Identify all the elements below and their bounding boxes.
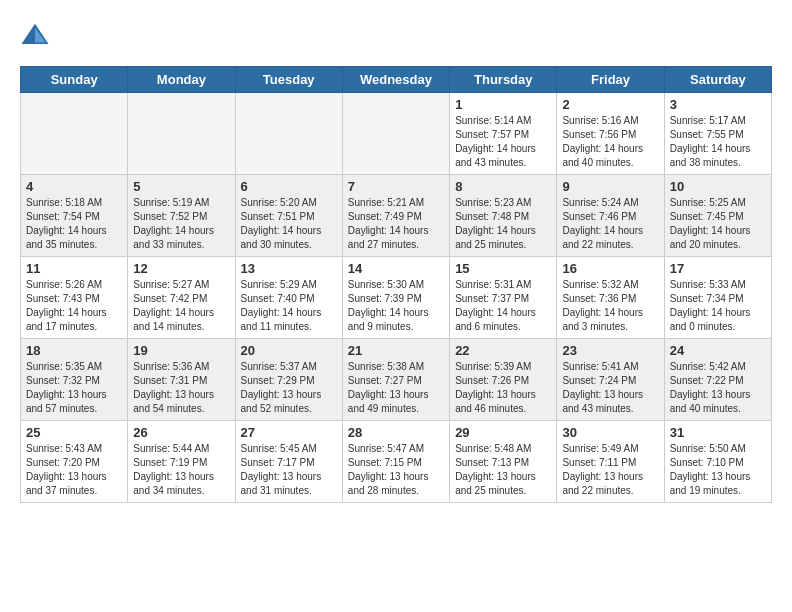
weekday-header-tuesday: Tuesday xyxy=(235,67,342,93)
day-info: Sunrise: 5:32 AM Sunset: 7:36 PM Dayligh… xyxy=(562,278,658,334)
day-info: Sunrise: 5:48 AM Sunset: 7:13 PM Dayligh… xyxy=(455,442,551,498)
day-number: 30 xyxy=(562,425,658,440)
weekday-header-friday: Friday xyxy=(557,67,664,93)
calendar-cell: 16Sunrise: 5:32 AM Sunset: 7:36 PM Dayli… xyxy=(557,257,664,339)
calendar-cell xyxy=(21,93,128,175)
calendar-cell: 22Sunrise: 5:39 AM Sunset: 7:26 PM Dayli… xyxy=(450,339,557,421)
calendar-cell: 15Sunrise: 5:31 AM Sunset: 7:37 PM Dayli… xyxy=(450,257,557,339)
day-info: Sunrise: 5:19 AM Sunset: 7:52 PM Dayligh… xyxy=(133,196,229,252)
day-number: 26 xyxy=(133,425,229,440)
day-number: 9 xyxy=(562,179,658,194)
day-number: 25 xyxy=(26,425,122,440)
day-number: 1 xyxy=(455,97,551,112)
calendar-cell: 6Sunrise: 5:20 AM Sunset: 7:51 PM Daylig… xyxy=(235,175,342,257)
day-number: 2 xyxy=(562,97,658,112)
day-number: 6 xyxy=(241,179,337,194)
calendar-cell: 10Sunrise: 5:25 AM Sunset: 7:45 PM Dayli… xyxy=(664,175,771,257)
weekday-header-sunday: Sunday xyxy=(21,67,128,93)
day-info: Sunrise: 5:18 AM Sunset: 7:54 PM Dayligh… xyxy=(26,196,122,252)
day-number: 4 xyxy=(26,179,122,194)
calendar-cell: 9Sunrise: 5:24 AM Sunset: 7:46 PM Daylig… xyxy=(557,175,664,257)
calendar-cell xyxy=(235,93,342,175)
day-number: 5 xyxy=(133,179,229,194)
day-number: 20 xyxy=(241,343,337,358)
day-number: 18 xyxy=(26,343,122,358)
weekday-header-thursday: Thursday xyxy=(450,67,557,93)
calendar-cell: 7Sunrise: 5:21 AM Sunset: 7:49 PM Daylig… xyxy=(342,175,449,257)
day-info: Sunrise: 5:44 AM Sunset: 7:19 PM Dayligh… xyxy=(133,442,229,498)
day-info: Sunrise: 5:45 AM Sunset: 7:17 PM Dayligh… xyxy=(241,442,337,498)
day-info: Sunrise: 5:43 AM Sunset: 7:20 PM Dayligh… xyxy=(26,442,122,498)
calendar-table: SundayMondayTuesdayWednesdayThursdayFrid… xyxy=(20,66,772,503)
day-number: 22 xyxy=(455,343,551,358)
calendar-cell: 18Sunrise: 5:35 AM Sunset: 7:32 PM Dayli… xyxy=(21,339,128,421)
day-info: Sunrise: 5:16 AM Sunset: 7:56 PM Dayligh… xyxy=(562,114,658,170)
logo xyxy=(20,20,54,50)
day-info: Sunrise: 5:50 AM Sunset: 7:10 PM Dayligh… xyxy=(670,442,766,498)
day-number: 28 xyxy=(348,425,444,440)
day-info: Sunrise: 5:36 AM Sunset: 7:31 PM Dayligh… xyxy=(133,360,229,416)
calendar-cell: 21Sunrise: 5:38 AM Sunset: 7:27 PM Dayli… xyxy=(342,339,449,421)
day-info: Sunrise: 5:39 AM Sunset: 7:26 PM Dayligh… xyxy=(455,360,551,416)
calendar-cell: 26Sunrise: 5:44 AM Sunset: 7:19 PM Dayli… xyxy=(128,421,235,503)
calendar-cell: 31Sunrise: 5:50 AM Sunset: 7:10 PM Dayli… xyxy=(664,421,771,503)
day-number: 13 xyxy=(241,261,337,276)
calendar-week-1: 1Sunrise: 5:14 AM Sunset: 7:57 PM Daylig… xyxy=(21,93,772,175)
calendar-cell: 25Sunrise: 5:43 AM Sunset: 7:20 PM Dayli… xyxy=(21,421,128,503)
day-number: 12 xyxy=(133,261,229,276)
day-info: Sunrise: 5:14 AM Sunset: 7:57 PM Dayligh… xyxy=(455,114,551,170)
calendar-cell: 20Sunrise: 5:37 AM Sunset: 7:29 PM Dayli… xyxy=(235,339,342,421)
weekday-header-row: SundayMondayTuesdayWednesdayThursdayFrid… xyxy=(21,67,772,93)
day-info: Sunrise: 5:30 AM Sunset: 7:39 PM Dayligh… xyxy=(348,278,444,334)
calendar-week-4: 18Sunrise: 5:35 AM Sunset: 7:32 PM Dayli… xyxy=(21,339,772,421)
calendar-week-5: 25Sunrise: 5:43 AM Sunset: 7:20 PM Dayli… xyxy=(21,421,772,503)
calendar-cell: 12Sunrise: 5:27 AM Sunset: 7:42 PM Dayli… xyxy=(128,257,235,339)
calendar-cell: 5Sunrise: 5:19 AM Sunset: 7:52 PM Daylig… xyxy=(128,175,235,257)
day-number: 15 xyxy=(455,261,551,276)
calendar-cell: 19Sunrise: 5:36 AM Sunset: 7:31 PM Dayli… xyxy=(128,339,235,421)
day-number: 31 xyxy=(670,425,766,440)
calendar-cell xyxy=(128,93,235,175)
calendar-cell: 30Sunrise: 5:49 AM Sunset: 7:11 PM Dayli… xyxy=(557,421,664,503)
calendar-cell: 17Sunrise: 5:33 AM Sunset: 7:34 PM Dayli… xyxy=(664,257,771,339)
logo-icon xyxy=(20,20,50,50)
calendar-week-2: 4Sunrise: 5:18 AM Sunset: 7:54 PM Daylig… xyxy=(21,175,772,257)
day-number: 27 xyxy=(241,425,337,440)
day-number: 11 xyxy=(26,261,122,276)
day-info: Sunrise: 5:24 AM Sunset: 7:46 PM Dayligh… xyxy=(562,196,658,252)
day-info: Sunrise: 5:26 AM Sunset: 7:43 PM Dayligh… xyxy=(26,278,122,334)
day-number: 21 xyxy=(348,343,444,358)
day-info: Sunrise: 5:47 AM Sunset: 7:15 PM Dayligh… xyxy=(348,442,444,498)
day-number: 23 xyxy=(562,343,658,358)
calendar-cell: 29Sunrise: 5:48 AM Sunset: 7:13 PM Dayli… xyxy=(450,421,557,503)
calendar-week-3: 11Sunrise: 5:26 AM Sunset: 7:43 PM Dayli… xyxy=(21,257,772,339)
calendar-cell: 4Sunrise: 5:18 AM Sunset: 7:54 PM Daylig… xyxy=(21,175,128,257)
day-number: 14 xyxy=(348,261,444,276)
day-info: Sunrise: 5:37 AM Sunset: 7:29 PM Dayligh… xyxy=(241,360,337,416)
day-number: 3 xyxy=(670,97,766,112)
calendar-cell: 28Sunrise: 5:47 AM Sunset: 7:15 PM Dayli… xyxy=(342,421,449,503)
day-info: Sunrise: 5:27 AM Sunset: 7:42 PM Dayligh… xyxy=(133,278,229,334)
weekday-header-saturday: Saturday xyxy=(664,67,771,93)
day-number: 10 xyxy=(670,179,766,194)
day-info: Sunrise: 5:31 AM Sunset: 7:37 PM Dayligh… xyxy=(455,278,551,334)
calendar-cell: 13Sunrise: 5:29 AM Sunset: 7:40 PM Dayli… xyxy=(235,257,342,339)
calendar-cell: 14Sunrise: 5:30 AM Sunset: 7:39 PM Dayli… xyxy=(342,257,449,339)
calendar-cell: 8Sunrise: 5:23 AM Sunset: 7:48 PM Daylig… xyxy=(450,175,557,257)
calendar-cell: 3Sunrise: 5:17 AM Sunset: 7:55 PM Daylig… xyxy=(664,93,771,175)
day-number: 24 xyxy=(670,343,766,358)
calendar-cell xyxy=(342,93,449,175)
calendar-cell: 1Sunrise: 5:14 AM Sunset: 7:57 PM Daylig… xyxy=(450,93,557,175)
day-info: Sunrise: 5:41 AM Sunset: 7:24 PM Dayligh… xyxy=(562,360,658,416)
weekday-header-monday: Monday xyxy=(128,67,235,93)
day-number: 19 xyxy=(133,343,229,358)
weekday-header-wednesday: Wednesday xyxy=(342,67,449,93)
day-number: 29 xyxy=(455,425,551,440)
day-number: 17 xyxy=(670,261,766,276)
day-info: Sunrise: 5:21 AM Sunset: 7:49 PM Dayligh… xyxy=(348,196,444,252)
calendar-cell: 11Sunrise: 5:26 AM Sunset: 7:43 PM Dayli… xyxy=(21,257,128,339)
day-number: 16 xyxy=(562,261,658,276)
day-number: 8 xyxy=(455,179,551,194)
calendar-cell: 2Sunrise: 5:16 AM Sunset: 7:56 PM Daylig… xyxy=(557,93,664,175)
day-info: Sunrise: 5:35 AM Sunset: 7:32 PM Dayligh… xyxy=(26,360,122,416)
